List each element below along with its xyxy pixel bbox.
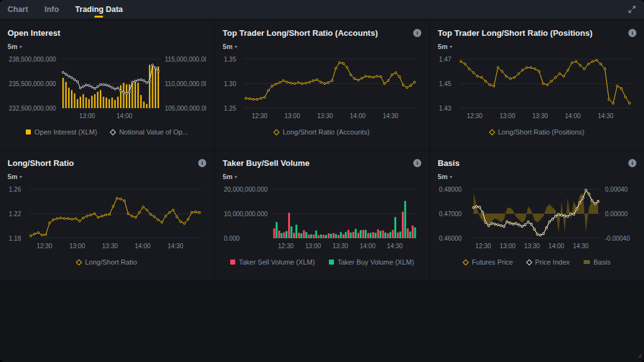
diamond-marker-icon bbox=[463, 259, 469, 265]
svg-text:12:30: 12:30 bbox=[467, 112, 482, 119]
chevron-down-icon: ▾ bbox=[19, 174, 22, 180]
timeframe-select[interactable]: 5m▾ bbox=[223, 173, 237, 180]
svg-text:1.30: 1.30 bbox=[224, 80, 236, 87]
svg-text:1.22: 1.22 bbox=[9, 211, 21, 217]
panel-title: Basis bbox=[438, 158, 460, 168]
diamond-marker-icon bbox=[76, 259, 82, 265]
info-icon[interactable]: i bbox=[198, 159, 206, 167]
legend-item[interactable]: Taker Sell Volume (XLM) bbox=[230, 258, 315, 266]
svg-text:14:30: 14:30 bbox=[387, 243, 402, 250]
timeframe-label: 5m bbox=[223, 173, 233, 180]
svg-text:14:00: 14:00 bbox=[350, 112, 365, 119]
legend-label: Price Index bbox=[535, 258, 570, 266]
timeframe-label: 5m bbox=[223, 43, 233, 50]
legend-item[interactable]: Long/Short Ratio (Accounts) bbox=[274, 128, 369, 136]
chevron-down-icon: ▾ bbox=[450, 174, 452, 180]
tab-info[interactable]: Info bbox=[45, 0, 59, 19]
svg-text:14:00: 14:00 bbox=[116, 112, 132, 119]
legend-label: Futures Price bbox=[472, 258, 513, 266]
svg-text:1.26: 1.26 bbox=[9, 186, 21, 193]
timeframe-select[interactable]: 5m▾ bbox=[223, 43, 237, 50]
svg-text:14:30: 14:30 bbox=[382, 112, 398, 119]
info-icon[interactable]: i bbox=[413, 159, 421, 167]
panel-long-short-ratio: Long/Short Ratioi5m▾1.261.221.1812:3013:… bbox=[0, 151, 214, 280]
svg-text:13:30: 13:30 bbox=[524, 243, 540, 250]
chart-legend: Open Interest (XLM)Notional Value of Op.… bbox=[8, 128, 206, 136]
chevron-down-icon: ▾ bbox=[235, 44, 237, 50]
chevron-down-icon: ▾ bbox=[235, 174, 237, 180]
svg-text:13:30: 13:30 bbox=[333, 243, 348, 250]
tab-trading-data[interactable]: Trading Data bbox=[75, 0, 123, 19]
svg-text:13:30: 13:30 bbox=[102, 243, 118, 250]
legend-item[interactable]: Long/Short Ratio (Positions) bbox=[490, 128, 585, 136]
legend-label: Long/Short Ratio (Positions) bbox=[498, 128, 585, 136]
legend-item[interactable]: Open Interest (XLM) bbox=[26, 128, 97, 136]
info-icon[interactable]: i bbox=[628, 29, 636, 37]
chart-legend: Long/Short Ratio bbox=[8, 258, 206, 266]
diamond-marker-icon bbox=[274, 129, 280, 135]
block-marker-icon bbox=[584, 260, 590, 264]
svg-text:10,000,000.000: 10,000,000.000 bbox=[224, 211, 268, 217]
chart-open-interest: 238,500,000.000115,000,000.00235,500,000… bbox=[8, 55, 206, 126]
legend-label: Taker Buy Volume (XLM) bbox=[338, 258, 414, 266]
info-icon[interactable]: i bbox=[413, 29, 421, 37]
legend-label: Basis bbox=[594, 258, 611, 266]
svg-text:14:30: 14:30 bbox=[597, 112, 613, 119]
resize-handle[interactable] bbox=[637, 349, 642, 361]
expand-icon[interactable] bbox=[628, 5, 636, 14]
svg-text:0.48000: 0.48000 bbox=[439, 186, 462, 193]
svg-text:12:30: 12:30 bbox=[252, 112, 267, 119]
legend-item[interactable]: Basis bbox=[584, 258, 611, 266]
legend-item[interactable]: Futures Price bbox=[464, 258, 513, 266]
legend-label: Long/Short Ratio (Accounts) bbox=[282, 128, 369, 136]
top-nav: ChartInfoTrading Data bbox=[0, 0, 644, 19]
timeframe-select[interactable]: 5m▾ bbox=[438, 173, 452, 180]
svg-text:0.00040: 0.00040 bbox=[605, 186, 628, 193]
timeframe-select[interactable]: 5m▾ bbox=[8, 173, 22, 180]
timeframe-label: 5m bbox=[8, 173, 18, 180]
legend-item[interactable]: Taker Buy Volume (XLM) bbox=[329, 258, 414, 266]
timeframe-select[interactable]: 5m▾ bbox=[438, 43, 452, 50]
timeframe-select[interactable]: 5m▾ bbox=[8, 43, 22, 50]
chart-legend: Futures PricePrice IndexBasis bbox=[438, 258, 636, 266]
chart-legend: Long/Short Ratio (Accounts) bbox=[223, 128, 421, 136]
svg-text:0.47000: 0.47000 bbox=[439, 211, 462, 217]
svg-text:13:30: 13:30 bbox=[317, 112, 333, 119]
square-marker-icon bbox=[329, 260, 334, 265]
svg-text:105,000,000.00: 105,000,000.00 bbox=[165, 105, 206, 112]
svg-text:-0.00040: -0.00040 bbox=[605, 235, 630, 242]
svg-text:0.46000: 0.46000 bbox=[439, 235, 462, 242]
legend-item[interactable]: Notional Value of Op... bbox=[111, 128, 188, 136]
legend-label: Taker Sell Volume (XLM) bbox=[239, 258, 315, 266]
svg-text:1.35: 1.35 bbox=[224, 56, 236, 63]
svg-text:1.25: 1.25 bbox=[224, 105, 236, 112]
legend-item[interactable]: Price Index bbox=[527, 258, 570, 266]
svg-text:235,500,000.000: 235,500,000.000 bbox=[9, 80, 57, 87]
chart-taker-buy-sell-volume: 20,000,000.00010,000,000.0000.00012:3013… bbox=[223, 185, 421, 256]
trading-data-page: ChartInfoTrading Data Open Interest5m▾23… bbox=[0, 0, 644, 362]
chevron-down-icon: ▾ bbox=[450, 44, 452, 50]
timeframe-label: 5m bbox=[8, 43, 18, 50]
panel-open-interest: Open Interest5m▾238,500,000.000115,000,0… bbox=[0, 21, 214, 150]
legend-label: Open Interest (XLM) bbox=[35, 128, 97, 136]
svg-text:238,500,000.000: 238,500,000.000 bbox=[9, 56, 57, 63]
panel-title: Long/Short Ratio bbox=[8, 158, 74, 168]
svg-text:13:30: 13:30 bbox=[532, 112, 548, 119]
info-icon[interactable]: i bbox=[628, 159, 636, 167]
panel-taker-buy-sell-volume: Taker Buy/Sell Volumei5m▾20,000,000.0001… bbox=[215, 151, 429, 280]
panel-title: Top Trader Long/Short Ratio (Accounts) bbox=[223, 28, 378, 38]
panel-basis: Basisi5m▾0.480000.000400.470000.000000.4… bbox=[430, 151, 644, 280]
svg-text:13:00: 13:00 bbox=[499, 112, 515, 119]
svg-text:13:00: 13:00 bbox=[79, 112, 95, 119]
legend-label: Notional Value of Op... bbox=[119, 128, 188, 136]
svg-text:14:00: 14:00 bbox=[548, 243, 564, 250]
legend-item[interactable]: Long/Short Ratio bbox=[77, 258, 137, 266]
svg-text:14:30: 14:30 bbox=[167, 243, 183, 250]
svg-text:0.00000: 0.00000 bbox=[605, 211, 628, 217]
diamond-marker-icon bbox=[110, 129, 116, 135]
square-marker-icon bbox=[230, 260, 235, 265]
panel-top-trader-ls-accounts: Top Trader Long/Short Ratio (Accounts)i5… bbox=[215, 21, 429, 150]
svg-text:14:30: 14:30 bbox=[573, 243, 589, 250]
tab-chart[interactable]: Chart bbox=[8, 0, 28, 19]
square-marker-icon bbox=[26, 129, 31, 134]
